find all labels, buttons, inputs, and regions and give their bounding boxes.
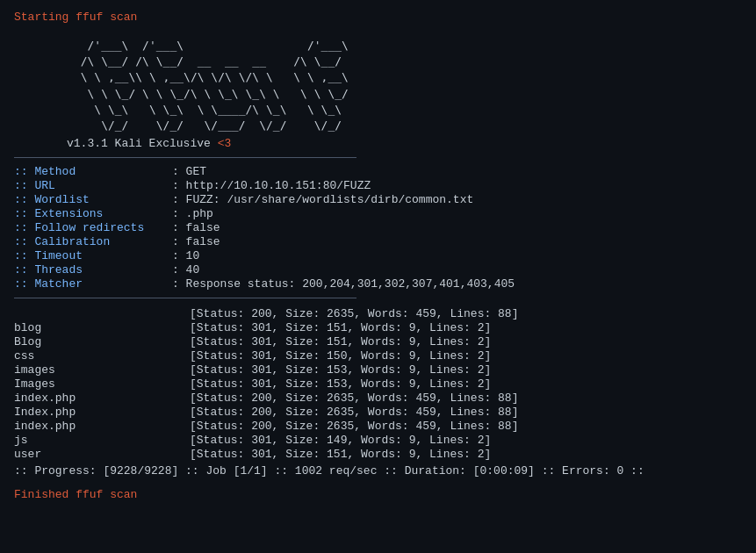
- result-row: user [Status: 301, Size: 151, Words: 9, …: [14, 448, 742, 461]
- config-value: : FUZZ: /usr/share/wordlists/dirb/common…: [172, 193, 473, 206]
- config-row: :: Extensions : .php: [14, 207, 742, 220]
- result-row: js [Status: 301, Size: 149, Words: 9, Li…: [14, 434, 742, 447]
- heart-symbol: <3: [218, 137, 232, 150]
- result-row: blog [Status: 301, Size: 151, Words: 9, …: [14, 321, 742, 334]
- result-row: [Status: 200, Size: 2635, Words: 459, Li…: [14, 307, 742, 320]
- finished-label: Finished ffuf scan: [14, 488, 742, 501]
- result-status: [Status: 200, Size: 2635, Words: 459, Li…: [190, 420, 518, 433]
- result-name: css: [14, 349, 190, 363]
- result-row: images [Status: 301, Size: 153, Words: 9…: [14, 363, 742, 377]
- result-name: Images: [14, 377, 190, 391]
- config-row: :: Follow redirects: false: [14, 221, 742, 234]
- result-status: [Status: 301, Size: 151, Words: 9, Lines…: [190, 321, 491, 334]
- version-line: v1.3.1 Kali Exclusive <3: [67, 137, 742, 150]
- result-name: Index.php: [14, 406, 190, 419]
- config-row: :: Wordlist : FUZZ: /usr/share/wordlists…: [14, 193, 742, 206]
- config-row: :: Timeout : 10: [14, 249, 742, 262]
- config-divider: [14, 157, 356, 158]
- progress-line: :: Progress: [9228/9228] :: Job [1/1] ::…: [14, 464, 742, 478]
- result-name: Blog: [14, 335, 190, 348]
- terminal-output: Starting ffuf scan /'___\ /'___\ /'___\ …: [14, 11, 742, 501]
- ascii-art-logo: /'___\ /'___\ /'___\ /\ \__/ /\ \__/ __ …: [67, 38, 742, 133]
- config-key: :: Calibration: [14, 235, 172, 248]
- result-name: index.php: [14, 391, 190, 405]
- result-name: images: [14, 363, 190, 377]
- result-status: [Status: 200, Size: 2635, Words: 459, Li…: [190, 391, 518, 405]
- results-divider: [14, 298, 356, 298]
- config-row: :: Threads : 40: [14, 263, 742, 276]
- config-value: : .php: [172, 207, 213, 220]
- config-key: :: Extensions: [14, 207, 172, 220]
- config-value: : Response status: 200,204,301,302,307,4…: [172, 277, 515, 291]
- config-key: :: Matcher: [14, 277, 172, 291]
- config-value: : false: [172, 235, 220, 248]
- config-value: : GET: [172, 165, 206, 178]
- result-row: css [Status: 301, Size: 150, Words: 9, L…: [14, 349, 742, 363]
- results-section: [Status: 200, Size: 2635, Words: 459, Li…: [14, 307, 742, 461]
- result-row: Blog [Status: 301, Size: 151, Words: 9, …: [14, 335, 742, 348]
- result-name: blog: [14, 321, 190, 334]
- result-status: [Status: 301, Size: 150, Words: 9, Lines…: [190, 349, 491, 363]
- config-value: : http://10.10.10.151:80/FUZZ: [172, 179, 371, 192]
- result-status: [Status: 301, Size: 151, Words: 9, Lines…: [190, 335, 491, 348]
- config-value: : false: [172, 221, 220, 234]
- config-row: :: Matcher : Response status: 200,204,30…: [14, 277, 742, 291]
- result-name: [14, 307, 190, 320]
- config-key: :: Timeout: [14, 249, 172, 262]
- version-text: v1.3.1 Kali Exclusive: [67, 137, 218, 150]
- config-key: :: Method: [14, 165, 172, 178]
- result-status: [Status: 301, Size: 153, Words: 9, Lines…: [190, 363, 491, 377]
- result-name: js: [14, 434, 190, 447]
- result-status: [Status: 200, Size: 2635, Words: 459, Li…: [190, 406, 518, 419]
- config-row: :: Calibration : false: [14, 235, 742, 248]
- result-row: index.php [Status: 200, Size: 2635, Word…: [14, 420, 742, 433]
- config-section: :: Method : GET:: URL : http://10.10.10.…: [14, 165, 742, 291]
- result-row: Index.php [Status: 200, Size: 2635, Word…: [14, 406, 742, 419]
- config-key: :: Wordlist: [14, 193, 172, 206]
- config-value: : 40: [172, 263, 199, 276]
- result-name: index.php: [14, 420, 190, 433]
- config-key: :: URL: [14, 179, 172, 192]
- result-name: user: [14, 448, 190, 461]
- config-row: :: URL : http://10.10.10.151:80/FUZZ: [14, 179, 742, 192]
- result-status: [Status: 301, Size: 149, Words: 9, Lines…: [190, 434, 491, 447]
- result-status: [Status: 301, Size: 151, Words: 9, Lines…: [190, 448, 491, 461]
- result-status: [Status: 301, Size: 153, Words: 9, Lines…: [190, 377, 491, 391]
- result-row: index.php [Status: 200, Size: 2635, Word…: [14, 391, 742, 405]
- result-row: Images [Status: 301, Size: 153, Words: 9…: [14, 377, 742, 391]
- config-row: :: Method : GET: [14, 165, 742, 178]
- starting-label: Starting ffuf scan: [14, 11, 742, 24]
- config-key: :: Threads: [14, 263, 172, 276]
- config-value: : 10: [172, 249, 199, 262]
- config-key: :: Follow redirects: [14, 221, 172, 234]
- result-status: [Status: 200, Size: 2635, Words: 459, Li…: [190, 307, 518, 320]
